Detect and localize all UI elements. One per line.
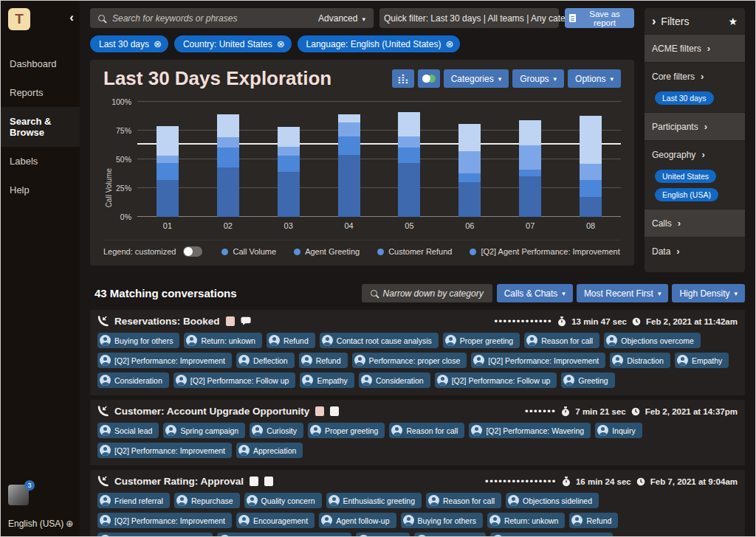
tag-proper-greeting[interactable]: Proper greeting — [443, 333, 520, 348]
chip-remove-icon[interactable] — [277, 38, 285, 49]
tag-refund[interactable]: Refund — [267, 333, 315, 348]
tag-buying-for-others[interactable]: Buying for others — [401, 513, 483, 528]
sidebar-item-help[interactable]: Help — [1, 176, 80, 204]
tag-social-lead[interactable]: Social lead — [97, 423, 159, 438]
filter-chip-united-states[interactable]: United States — [655, 170, 716, 183]
tag-proper-greeting[interactable]: Proper greeting — [308, 423, 385, 438]
tag-refund[interactable]: Refund — [569, 513, 618, 528]
note-icon[interactable] — [226, 316, 235, 326]
note-icon[interactable] — [315, 406, 324, 416]
chip-remove-icon[interactable] — [445, 38, 453, 49]
tag-buying-for-others[interactable]: Buying for others — [97, 333, 179, 348]
bar-04[interactable] — [338, 102, 360, 217]
bar-02[interactable] — [217, 102, 239, 217]
tag-reason-for-call[interactable]: Reason for call — [524, 333, 599, 348]
options-dropdown[interactable]: Options — [568, 69, 621, 88]
filter-section-calls[interactable]: Calls — [645, 209, 745, 237]
bar-03[interactable] — [278, 102, 300, 217]
tag-objections-sidelined[interactable]: Objections sidelined — [506, 493, 599, 508]
tag-q2-performance-improvement[interactable]: [Q2] Performance: Improvement — [471, 353, 605, 368]
user-avatar[interactable]: 3 — [8, 485, 30, 507]
chip-remove-icon[interactable] — [154, 38, 162, 49]
collapse-sidebar-icon[interactable]: ‹ — [69, 11, 74, 24]
tag-empathy[interactable]: Empathy — [675, 353, 729, 368]
categories-dropdown[interactable]: Categories — [444, 69, 509, 88]
tag-repurchase[interactable]: Repurchase — [174, 493, 240, 508]
filter-section-core-filters[interactable]: Core filters — [645, 62, 745, 90]
tag-empathy[interactable]: Empathy — [356, 533, 410, 537]
filter-chip-last-30-days[interactable]: Last 30 days — [655, 91, 714, 105]
narrow-by-category-button[interactable]: Narrow down by category — [362, 284, 492, 302]
note-icon[interactable] — [264, 477, 273, 486]
tag-q2-performance-improvement[interactable]: [Q2] Performance: Improvement — [97, 443, 232, 458]
tag-performance-proper-close[interactable]: Performance: proper close — [97, 533, 213, 537]
tag-quality-concern[interactable]: Quality concern — [244, 493, 322, 508]
filter-section-acme-filters[interactable]: ACME filters — [645, 34, 745, 62]
bar-05[interactable] — [398, 102, 420, 217]
groups-dropdown[interactable]: Groups — [512, 69, 564, 88]
chat-bubble-icon[interactable] — [241, 316, 251, 326]
tag-encouragement[interactable]: Encouragement — [236, 513, 315, 528]
tag-return-unkown[interactable]: Return: unkown — [487, 513, 566, 528]
tag-friend-referral[interactable]: Friend referral — [97, 493, 170, 508]
tag-q2-performance-improvement[interactable]: [Q2] Performance: Improvement — [97, 353, 232, 368]
tag-empathy[interactable]: Empathy — [300, 373, 354, 388]
conversation-card[interactable]: Reservations: Booked•••••••••••••13 min … — [90, 310, 745, 395]
tag-q2-performance-follow-up[interactable]: [Q2] Performance: Follow up — [435, 373, 557, 388]
tag-consideration[interactable]: Consideration — [97, 373, 169, 388]
note-icon[interactable] — [330, 406, 339, 416]
legend-toggle[interactable] — [183, 246, 202, 257]
tag-q2-performance-wavering[interactable]: [Q2] Performance: Wavering — [469, 423, 591, 438]
tag-consideration[interactable]: Consideration — [414, 533, 486, 537]
tag-reason-for-call[interactable]: Reason for call — [426, 493, 501, 508]
view-toggle-button[interactable] — [418, 69, 440, 88]
tag-agent-follow-up[interactable]: Agent follow-up — [319, 513, 396, 528]
tag-inquiry[interactable]: Inquiry — [595, 423, 642, 438]
tag-q2-performance-follow-up[interactable]: [Q2] Performance: Follow up — [173, 373, 296, 388]
bar-06[interactable] — [458, 102, 481, 217]
app-logo[interactable]: T — [8, 8, 30, 30]
bar-chart-type-button[interactable] — [392, 69, 414, 88]
filter-section-geography[interactable]: Geography — [645, 140, 745, 168]
bar-01[interactable] — [157, 102, 179, 217]
search-bar[interactable]: Advanced — [90, 8, 374, 28]
sidebar-item-reports[interactable]: Reports — [1, 78, 80, 107]
sidebar-item-dashboard[interactable]: Dashboard — [1, 49, 80, 78]
calls-chats-dropdown[interactable]: Calls & Chats — [497, 284, 573, 302]
high-density-dropdown[interactable]: High Density — [672, 284, 745, 302]
tag-curiosity[interactable]: Curiosity — [250, 423, 303, 438]
language-selector[interactable]: English (USA) — [8, 519, 77, 529]
favorite-filters-icon[interactable] — [728, 15, 738, 28]
tag-contact-root-cause-analysis[interactable]: Contact root cause analysis — [320, 333, 439, 348]
tag-appreciation[interactable]: Appreciation — [236, 443, 303, 458]
tag-spring-campaign[interactable]: Spring campaign — [163, 423, 245, 438]
tag-q2-performance-improvement[interactable]: [Q2] Performance: Improvement — [97, 513, 232, 528]
tag-reason-for-call[interactable]: Reason for call — [389, 423, 464, 438]
collapse-filters-icon[interactable] — [652, 15, 656, 28]
conversation-card[interactable]: Customer: Account Upgrade Opportunity•••… — [90, 400, 745, 465]
tag-performance-proper-close[interactable]: Performance: proper close — [352, 353, 467, 368]
tag-objections-overcome[interactable]: Objections overcome — [604, 333, 701, 348]
filter-section-data[interactable]: Data — [645, 237, 745, 265]
tag-q2-performance-improvement[interactable]: [Q2] Performance: Improvement — [217, 533, 351, 537]
tag-return-unkown[interactable]: Return: unkown — [184, 333, 262, 348]
filter-chip-english-usa[interactable]: English (USA) — [655, 188, 718, 201]
tag-enthusiastic-greeting[interactable]: Enthusiastic greeting — [326, 493, 422, 508]
tag-greeting[interactable]: Greeting — [561, 373, 614, 388]
most-recent-first-dropdown[interactable]: Most Recent First — [577, 284, 669, 302]
tag-q2-performance-follow-up[interactable]: [Q2] Performance: Follow up — [490, 533, 613, 537]
note-icon[interactable] — [250, 477, 258, 486]
sidebar-item-labels[interactable]: Labels — [1, 147, 80, 176]
tag-consideration[interactable]: Consideration — [359, 373, 430, 388]
tag-refund[interactable]: Refund — [299, 353, 348, 368]
tag-distraction[interactable]: Distraction — [610, 353, 670, 368]
filter-section-participants[interactable]: Participants — [645, 112, 745, 140]
save-as-report-button[interactable]: Save as report — [565, 8, 634, 28]
quick-filter-button[interactable]: Quick filter: Last 30 days | All teams |… — [379, 8, 559, 28]
bar-07[interactable] — [519, 102, 541, 217]
bar-08[interactable] — [580, 102, 602, 217]
conversation-card[interactable]: Customer Rating: Approval•••••••••••••••… — [90, 470, 745, 537]
sidebar-item-search-browse[interactable]: Search & Browse — [1, 107, 80, 147]
tag-deflection[interactable]: Deflection — [236, 353, 295, 368]
advanced-dropdown[interactable]: Advanced — [318, 13, 365, 24]
